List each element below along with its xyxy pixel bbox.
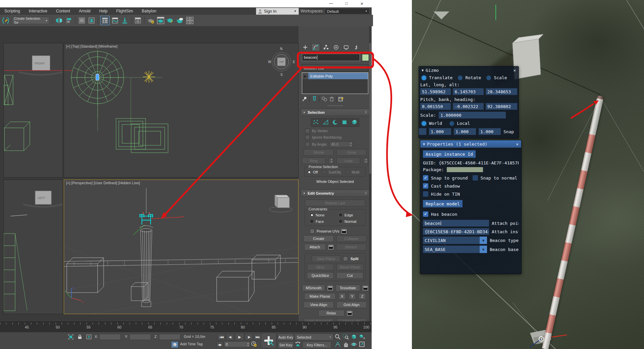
planar-z-button[interactable]: Z [359, 293, 366, 300]
next-frame-button[interactable]: ||▶ [245, 334, 253, 340]
workspace-select[interactable]: Default ▼ [325, 8, 370, 14]
cut-button[interactable]: Cut [336, 272, 363, 279]
panel-splitter[interactable] [328, 105, 342, 106]
state-sets-icon[interactable]: KKKK [185, 16, 194, 25]
snap-z-field[interactable]: 1.000 [479, 128, 501, 135]
menu-flightsim[interactable]: FlightSim [112, 7, 137, 15]
attach-point-field[interactable]: beacon [423, 220, 489, 227]
attach-settings-icon[interactable] [328, 245, 333, 249]
display-tab-icon[interactable] [342, 44, 350, 51]
attach-button[interactable]: Attach [304, 244, 326, 250]
compass-east[interactable]: E [293, 60, 295, 64]
pin-stack-icon[interactable] [302, 96, 307, 102]
preserve-uvs-settings-icon[interactable] [341, 229, 346, 234]
create-button[interactable]: Create [304, 235, 334, 242]
scale-radio[interactable] [486, 76, 491, 80]
set-keys-button[interactable] [261, 333, 276, 348]
zoom-region-icon[interactable] [343, 334, 349, 341]
edit-geometry-rollout-header[interactable]: ▼ Edit Geometry ⠿ [301, 190, 370, 197]
detach-button[interactable]: Detach [336, 244, 366, 250]
timeline[interactable]: 45 50 55 60 65 70 75 80 85 90 95 100 [0, 321, 372, 333]
relax-settings-icon[interactable] [347, 311, 352, 315]
top-viewport-compass[interactable]: TOP N W S E [268, 47, 295, 77]
attach-instance-field[interactable]: {E6C15E5B-EFBD-42D1-BD34-F90 [423, 228, 489, 235]
planar-y-button[interactable]: Y [348, 293, 356, 300]
relax-button[interactable]: Relax [318, 310, 344, 316]
top-viewcube-label[interactable]: TOP [279, 61, 284, 63]
auto-key-button[interactable]: Auto Key [278, 334, 294, 341]
y-coordinate-field[interactable] [129, 334, 151, 340]
layer-manager-icon[interactable] [77, 16, 86, 25]
by-angle-checkbox[interactable] [305, 142, 310, 147]
snap-y-field[interactable]: 1.000 [454, 128, 476, 135]
gizmo-close-icon[interactable]: × [513, 68, 516, 73]
shrink-button[interactable]: Shrink [304, 149, 334, 156]
menu-interactive[interactable]: Interactive [24, 7, 52, 15]
viewport-top-canvas[interactable]: TOP N W S E [64, 43, 298, 177]
maximize-viewport-icon[interactable] [359, 341, 365, 348]
ring-button[interactable]: Ring [302, 157, 326, 164]
unhide-all-button[interactable]: Unhide All [336, 318, 367, 321]
altitude-field[interactable]: 28.348653 [486, 88, 517, 95]
vertex-mode-icon[interactable] [313, 119, 319, 126]
motion-tab-icon[interactable] [332, 44, 340, 51]
add-time-tag-icon[interactable] [171, 341, 178, 348]
play-button[interactable]: ▶ [235, 333, 244, 341]
heading-field[interactable]: 92.380802 [486, 103, 517, 110]
view-align-button[interactable]: View Align [304, 301, 334, 308]
quickslice-button[interactable]: QuickSlice [307, 272, 334, 279]
selection-rollout-header[interactable]: ▼ Selection ⠿ [301, 109, 370, 116]
viewport-front-partial[interactable]: FRONT [3, 43, 63, 178]
go-to-end-button[interactable]: ▶▶| [254, 334, 262, 340]
preview-off-radio[interactable] [307, 170, 311, 174]
constraint-face-radio[interactable] [310, 219, 314, 223]
loop-spinner[interactable]: ▲▼ [363, 158, 368, 164]
cast-shadow-checkbox[interactable]: ✓ [423, 183, 428, 189]
gizmo-panel-titlebar[interactable]: ▼ Gizmo × [419, 66, 519, 74]
viewport-top-label[interactable]: [+] [Top] [Standard] [Wireframe] [66, 44, 117, 48]
slice-button[interactable]: Slice [307, 264, 334, 270]
planar-x-button[interactable]: X [338, 293, 346, 300]
snap-x-field[interactable]: 1.000 [429, 128, 451, 135]
viewport-left-partial[interactable]: LEFT [3, 180, 63, 314]
viewport-perspective[interactable]: [+] [Perspective] [User Defined] [Hidden… [64, 180, 299, 314]
constraint-none-radio[interactable] [310, 213, 314, 217]
previous-frame-button[interactable]: ◀|| [226, 334, 234, 340]
slice-plane-button[interactable]: Slice Plane [312, 255, 340, 262]
sign-in-dropdown-icon[interactable]: ▼ [294, 10, 297, 13]
viewport-top[interactable]: [+] [Top] [Standard] [Wireframe] [64, 43, 299, 178]
pitch-field[interactable]: 0.001550 [420, 103, 451, 110]
stack-item-editable-poly[interactable]: ▶ Editable Poly [302, 73, 368, 79]
snap-stub-field[interactable] [419, 128, 426, 135]
configure-modifier-sets-icon[interactable] [338, 96, 344, 102]
menu-babylon[interactable]: Babylon [137, 7, 160, 15]
by-vertex-checkbox[interactable] [305, 129, 310, 133]
selection-region-icon[interactable] [68, 334, 73, 340]
timeline-ruler[interactable]: 45 50 55 60 65 70 75 80 85 90 95 100 [0, 322, 372, 333]
object-name-field[interactable]: beacon [302, 54, 360, 61]
collapse-icon[interactable]: ▼ [423, 142, 425, 146]
loop-button[interactable]: Loop [336, 157, 360, 164]
compass-west[interactable]: W [268, 60, 271, 64]
viewport-perspective-label[interactable]: [+] [Perspective] [User Defined] [Hidden… [66, 181, 140, 185]
compass-south[interactable]: S [280, 73, 283, 77]
collapse-button[interactable]: Collapse [336, 235, 367, 242]
remove-modifier-icon[interactable] [329, 96, 334, 102]
ignore-backfacing-checkbox[interactable] [305, 135, 310, 140]
set-key-button[interactable]: Set Key [278, 341, 294, 348]
create-tab-icon[interactable] [301, 44, 309, 51]
rendered-frame-icon[interactable] [156, 16, 165, 25]
snap-to-normal-checkbox[interactable] [473, 175, 478, 181]
constraint-edge-radio[interactable] [338, 213, 343, 217]
command-panel-scrollbar[interactable] [369, 26, 371, 321]
longitude-field[interactable]: 6.145703 [453, 88, 483, 95]
rotate-radio[interactable] [458, 76, 463, 80]
scene-explorer-toggle-icon[interactable] [100, 16, 110, 25]
properties-close-icon[interactable]: × [516, 142, 519, 147]
viewport-perspective-canvas[interactable]: x y z [64, 180, 298, 314]
key-filters-paw-icon[interactable] [294, 341, 301, 348]
has-beacon-checkbox[interactable]: ✓ [423, 211, 428, 217]
minimize-button[interactable]: — [325, 0, 337, 7]
compass-north[interactable]: N [280, 47, 282, 51]
repeat-last-button[interactable]: Repeat Last [305, 200, 365, 206]
